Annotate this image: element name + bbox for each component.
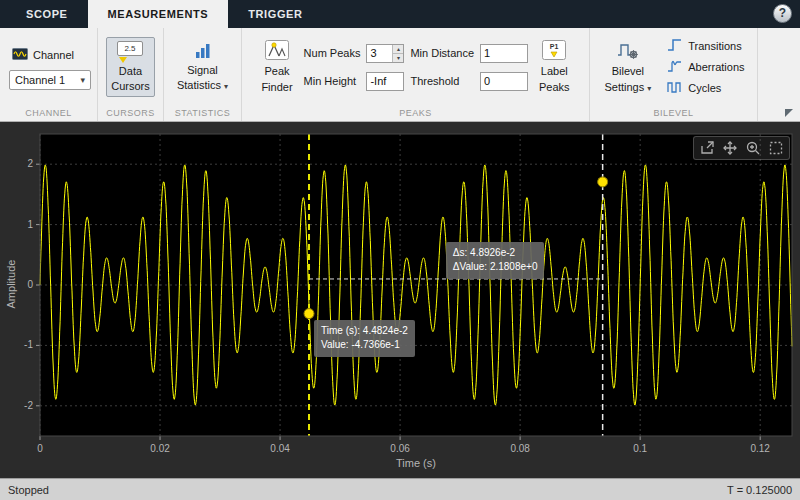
cycles-label: Cycles [688, 82, 721, 94]
peak-finder-button[interactable]: Peak Finder [256, 36, 297, 98]
signal-statistics-label-1: Signal [187, 64, 218, 77]
waveform-plot[interactable]: 00.020.040.060.080.10.12210-1-2Time (s) [0, 122, 800, 478]
channel-select-value: Channel 1 [15, 74, 65, 86]
transitions-button[interactable]: Transitions [664, 37, 744, 55]
data-cursors-button[interactable]: 2.5 Data Cursors [106, 37, 155, 97]
num-peaks-decrement[interactable]: ▾ [393, 54, 403, 62]
label-peaks-label-1: Label [541, 65, 568, 78]
num-peaks-increment[interactable]: ▴ [393, 45, 403, 54]
x-tick-label: 0 [37, 443, 43, 454]
pan-icon[interactable] [721, 139, 739, 157]
bilevel-measurement-buttons: Transitions Aberrations [664, 37, 747, 97]
channel-select[interactable]: Channel 1 ▾ [9, 70, 91, 90]
min-height-label: Min Height [304, 75, 361, 87]
bar-chart-icon [194, 42, 212, 62]
section-peaks: Peak Finder Num Peaks ▴ ▾ Min Distance M [242, 28, 590, 121]
restore-view-icon[interactable] [698, 139, 716, 157]
svg-text:P1: P1 [550, 43, 559, 50]
fit-to-view-icon[interactable] [767, 139, 785, 157]
collapse-toolstrip-button[interactable] [785, 109, 793, 117]
chevron-down-icon: ▾ [647, 84, 651, 93]
tab-trigger[interactable]: TRIGGER [228, 0, 322, 28]
data-cursors-label-1: Data [119, 65, 142, 78]
simulation-time: T = 0.125000 [727, 484, 792, 496]
threshold-label: Threshold [410, 75, 474, 87]
label-peaks-button[interactable]: P1 Label Peaks [534, 36, 575, 98]
transitions-icon [667, 38, 683, 54]
num-peaks-stepper[interactable]: ▴ ▾ [366, 44, 404, 63]
data-cursors-label-2: Cursors [111, 80, 150, 93]
peak-finder-settings: Num Peaks ▴ ▾ Min Distance Min Height Th… [304, 44, 528, 91]
section-label-channel: CHANNEL [0, 106, 97, 121]
chevron-down-icon: ▾ [80, 75, 85, 85]
delta-time-text: Δs: 4.8926e-2 [453, 246, 538, 261]
x-tick-label: 0.06 [390, 443, 410, 454]
aberrations-label: Aberrations [688, 61, 744, 73]
cursor1-marker[interactable] [304, 309, 314, 319]
x-tick-label: 0.12 [750, 443, 770, 454]
section-label-peaks: PEAKS [242, 106, 589, 121]
cursor-delta-readout[interactable]: Δs: 4.8926e-2 ΔValue: 2.1808e+0 [446, 242, 545, 279]
aberrations-icon [667, 59, 683, 75]
x-tick-label: 0.08 [510, 443, 530, 454]
peak-finder-icon [265, 40, 289, 63]
tab-scope[interactable]: SCOPE [6, 0, 88, 28]
tab-measurements[interactable]: MEASUREMENTS [88, 0, 229, 28]
y-tick-label: -2 [24, 400, 33, 411]
y-axis-label: Amplitude [5, 184, 17, 384]
status-bar: Stopped T = 0.125000 [0, 478, 800, 500]
section-statistics: Signal Statistics ▾ STATISTICS [164, 28, 242, 121]
section-label-statistics: STATISTICS [164, 106, 241, 121]
section-channel: Channel Channel 1 ▾ CHANNEL [0, 28, 98, 121]
y-tick-label: -1 [24, 339, 33, 350]
cursor2-marker[interactable] [598, 177, 608, 187]
status-text: Stopped [8, 484, 49, 496]
chevron-down-icon: ▾ [224, 82, 228, 91]
min-distance-label: Min Distance [410, 47, 474, 59]
signal-statistics-button[interactable]: Signal Statistics ▾ [172, 38, 233, 97]
y-tick-label: 0 [27, 279, 33, 290]
cursor1-readout[interactable]: Time (s): 4.4824e-2 Value: -4.7366e-1 [314, 320, 415, 357]
min-distance-input[interactable] [480, 44, 528, 63]
scope-display: 00.020.040.060.080.10.12210-1-2Time (s) … [0, 122, 800, 478]
threshold-input[interactable] [480, 72, 528, 91]
cycles-button[interactable]: Cycles [664, 79, 724, 97]
x-tick-label: 0.04 [270, 443, 290, 454]
peak-finder-label-1: Peak [264, 65, 289, 78]
x-tick-label: 0.02 [150, 443, 170, 454]
toolstrip-tabbar: SCOPE MEASUREMENTS TRIGGER ? [0, 0, 800, 28]
bilevel-settings-button[interactable]: Bilevel Settings ▾ [599, 36, 656, 98]
cursor1-value-text: Value: -4.7366e-1 [321, 338, 408, 353]
channel-button-label: Channel [33, 49, 74, 61]
toolstrip: Channel Channel 1 ▾ CHANNEL 2.5 Data Cur… [0, 28, 800, 122]
bilevel-settings-icon [616, 40, 640, 63]
label-peaks-label-2: Peaks [539, 81, 570, 94]
x-axis-label: Time (s) [396, 457, 436, 469]
plot-zoom-toolbar [693, 136, 790, 160]
section-label-bilevel: BILEVEL [590, 106, 757, 121]
transitions-label: Transitions [688, 40, 741, 52]
zoom-in-icon[interactable] [744, 139, 762, 157]
help-button[interactable]: ? [773, 4, 792, 23]
num-peaks-label: Num Peaks [304, 47, 361, 59]
label-peaks-icon: P1 [542, 40, 566, 63]
y-tick-label: 1 [27, 219, 33, 230]
section-label-cursors: CURSORS [98, 106, 163, 121]
scope-window: SCOPE MEASUREMENTS TRIGGER ? Channel Cha [0, 0, 800, 500]
bilevel-settings-label-1: Bilevel [612, 65, 644, 78]
min-height-input[interactable] [366, 72, 404, 91]
cycles-icon [667, 80, 683, 96]
channel-icon [12, 47, 28, 63]
section-bilevel: Bilevel Settings ▾ Transitions [590, 28, 758, 121]
delta-value-text: ΔValue: 2.1808e+0 [453, 260, 538, 275]
y-tick-label: 2 [27, 158, 33, 169]
bilevel-settings-label-2: Settings ▾ [604, 81, 651, 94]
peak-finder-label-2: Finder [261, 81, 292, 94]
section-cursors: 2.5 Data Cursors CURSORS [98, 28, 164, 121]
signal-statistics-label-2: Statistics ▾ [177, 79, 228, 92]
aberrations-button[interactable]: Aberrations [664, 58, 747, 76]
data-cursors-icon: 2.5 [117, 41, 144, 63]
toolstrip-spacer [758, 28, 800, 121]
channel-button[interactable]: Channel [9, 45, 77, 65]
cursor1-time-text: Time (s): 4.4824e-2 [321, 324, 408, 339]
